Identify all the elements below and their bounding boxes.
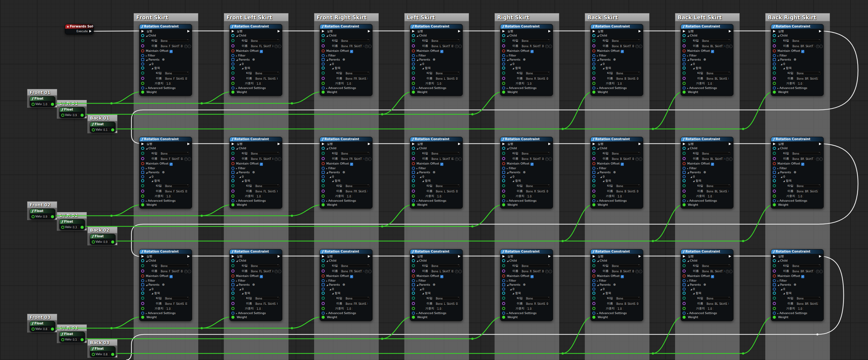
parent0-pin[interactable] — [773, 288, 776, 291]
child-bone-select[interactable]: Bone_FL_SkirtT_01 — [250, 44, 274, 48]
weight-pin[interactable] — [683, 316, 686, 319]
parent-type-select[interactable]: Bone˅ — [164, 184, 189, 188]
maintain-offset-pin[interactable] — [231, 162, 235, 165]
rotation-constraint-node[interactable]: ƒRotation Constraint 실행 ◢Child 타입Bone˅ 이… — [771, 137, 824, 209]
parent-weight-pin[interactable] — [412, 194, 415, 198]
child-bone-select[interactable]: Bone_F_SkirtT_01 — [160, 44, 183, 48]
child-bone-select[interactable]: Bone_R_SkirtT_02 — [521, 157, 544, 160]
weight-pin[interactable] — [231, 91, 235, 94]
parent-weight-pin[interactable] — [321, 307, 325, 310]
child-type-pin[interactable] — [683, 264, 686, 267]
weight-pin[interactable] — [773, 91, 776, 94]
advanced-settings-pin[interactable] — [502, 87, 505, 90]
parent-name-pin[interactable] — [592, 77, 595, 80]
parent-weight-pin[interactable] — [321, 194, 325, 198]
float-out-pin[interactable] — [111, 240, 114, 243]
parent-type-pin[interactable] — [773, 71, 776, 74]
rotation-constraint-node[interactable]: ƒRotation Constraint 실행 ◢Child 타입Bone˅ 이… — [590, 249, 643, 321]
parent-type-select[interactable]: Bone˅ — [254, 184, 280, 188]
bone-picker-icons[interactable]: ↺⌕ — [455, 157, 462, 161]
exec-out-pin[interactable] — [729, 143, 731, 145]
maintain-offset-pin[interactable] — [592, 49, 595, 53]
item-pin[interactable] — [592, 66, 595, 70]
parents-array-pin[interactable] — [141, 283, 144, 286]
parent-bone-select[interactable]: Bone_F_SkirtS_03 — [164, 302, 188, 305]
child-pin[interactable] — [502, 259, 505, 262]
parent-weight-input[interactable]: 1.0 — [526, 194, 534, 198]
parents-array-pin[interactable] — [592, 283, 595, 286]
parent-weight-input[interactable]: 1.0 — [255, 194, 263, 198]
item-pin[interactable] — [321, 292, 325, 295]
rotation-constraint-node[interactable]: ƒRotation Constraint 실행 ◢Child 타입Bone˅ 이… — [590, 137, 643, 209]
child-bone-select[interactable]: Bone_BR_SkirtT_01 — [791, 44, 815, 48]
child-type-select[interactable]: Bone˅ — [430, 39, 460, 42]
parent0-pin[interactable] — [412, 62, 415, 66]
weight-pin[interactable] — [773, 316, 776, 319]
parent-name-pin[interactable] — [141, 189, 144, 193]
bone-picker-icons[interactable]: ↺⌕ — [636, 269, 642, 273]
parent-name-pin[interactable] — [141, 302, 144, 305]
bone-picker-icons[interactable]: ↺⌕ — [274, 269, 281, 273]
parent0-pin[interactable] — [683, 175, 686, 178]
float-value-input[interactable]: 0.9 — [42, 214, 50, 218]
parents-array-pin[interactable] — [502, 283, 505, 286]
parents-array-pin[interactable] — [683, 58, 686, 61]
exec-out-pin[interactable] — [458, 255, 461, 258]
filter-pin[interactable] — [683, 54, 686, 57]
advanced-settings-pin[interactable] — [683, 311, 686, 315]
add-parent-icon[interactable]: ⊕ — [252, 58, 255, 61]
parent-weight-input[interactable]: 1.0 — [707, 82, 714, 85]
parent-type-select[interactable]: Bone˅ — [525, 71, 551, 75]
rotation-constraint-node[interactable]: ƒRotation Constraint 실행 ◢Child 타입Bone˅ 이… — [139, 137, 192, 209]
exec-out-pin[interactable] — [278, 30, 280, 32]
child-bone-select[interactable]: Bone_L_SkirtT_03 — [430, 269, 454, 273]
item-pin[interactable] — [412, 66, 415, 70]
value-pin[interactable] — [92, 353, 95, 356]
filter-pin[interactable] — [683, 279, 686, 282]
rotation-constraint-node[interactable]: ƒRotation Constraint 실행 ◢Child 타입Bone˅ 이… — [229, 24, 282, 96]
add-parent-icon[interactable]: ⊕ — [252, 283, 255, 286]
child-name-pin[interactable] — [321, 269, 325, 273]
parent-bone-select[interactable]: Bone_L_SkirtS_03 — [435, 302, 458, 305]
parent-weight-pin[interactable] — [683, 194, 686, 198]
child-pin[interactable] — [141, 34, 144, 37]
maintain-offset-checkbox[interactable]: ✓ — [530, 275, 534, 278]
child-name-pin[interactable] — [141, 44, 144, 48]
parent-name-pin[interactable] — [321, 77, 325, 80]
value-pin[interactable] — [61, 338, 64, 341]
parent0-pin[interactable] — [231, 175, 235, 178]
add-parent-icon[interactable]: ⊕ — [343, 58, 345, 61]
parent-weight-pin[interactable] — [592, 82, 595, 85]
child-name-pin[interactable] — [683, 44, 686, 48]
float-out-pin[interactable] — [81, 114, 84, 117]
filter-pin[interactable] — [412, 279, 415, 282]
float-value-input[interactable]: 0.9 — [102, 240, 110, 243]
parent-weight-input[interactable]: 1.0 — [165, 307, 173, 310]
bone-picker-icons[interactable]: ↺⌕ — [636, 44, 642, 49]
rotation-constraint-node[interactable]: ƒRotation Constraint 실행 ◢Child 타입Bone˅ 이… — [681, 249, 734, 321]
filter-pin[interactable] — [412, 54, 415, 57]
add-parent-icon[interactable]: ⊕ — [523, 283, 525, 286]
child-bone-select[interactable]: Bone_BR_SkirtT_03 — [791, 269, 815, 273]
child-type-select[interactable]: Bone˅ — [160, 151, 189, 155]
parent-weight-input[interactable]: 1.0 — [707, 194, 714, 198]
parents-array-pin[interactable] — [412, 58, 415, 61]
parent-name-pin[interactable] — [773, 77, 776, 80]
parent-bone-select[interactable]: Bone_B_SkirtS_03 — [615, 302, 639, 305]
parent-type-select[interactable]: Bone˅ — [344, 71, 370, 75]
parent-weight-pin[interactable] — [502, 307, 505, 310]
child-type-select[interactable]: Bone˅ — [340, 39, 370, 42]
value-pin[interactable] — [61, 114, 64, 117]
maintain-offset-pin[interactable] — [412, 49, 415, 53]
child-name-pin[interactable] — [502, 44, 505, 48]
item-pin[interactable] — [683, 66, 686, 70]
item-pin[interactable] — [773, 179, 776, 182]
advanced-settings-pin[interactable] — [321, 87, 325, 90]
maintain-offset-pin[interactable] — [773, 49, 776, 53]
parent-name-pin[interactable] — [502, 189, 505, 193]
parent-name-pin[interactable] — [141, 77, 144, 80]
child-type-select[interactable]: Bone˅ — [791, 264, 821, 268]
exec-out-pin[interactable] — [819, 30, 822, 32]
child-name-pin[interactable] — [683, 157, 686, 160]
parent0-pin[interactable] — [683, 62, 686, 66]
